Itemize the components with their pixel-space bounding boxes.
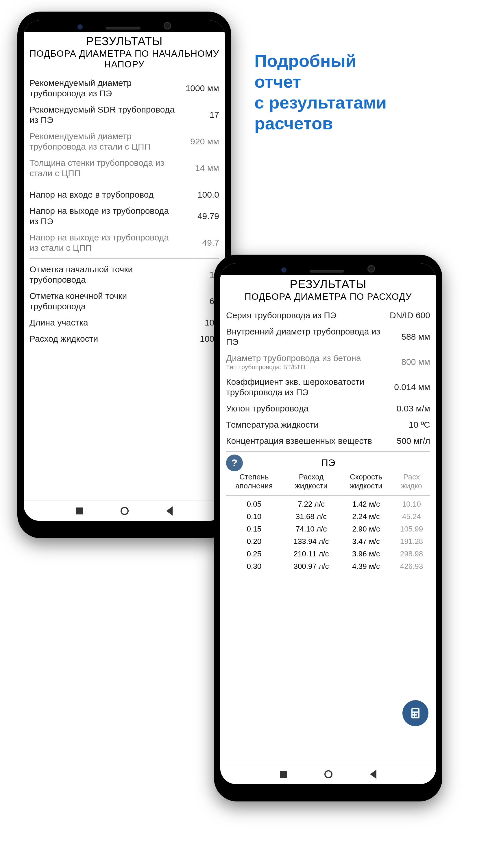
result-value: 800 мм (393, 357, 430, 367)
result-value: 17 (182, 110, 219, 120)
back-button[interactable] (166, 506, 172, 516)
table-cell: 2.90 м/с (340, 525, 392, 533)
result-label: Напор на входе в трубопровод (30, 189, 178, 200)
phone-mockup-2: РЕЗУЛЬТАТЫ ПОДБОРА ДИАМЕТРА ПО РАСХОДУ С… (214, 255, 442, 802)
result-value: 49.79 (182, 211, 219, 221)
table-cell: 10.10 (393, 500, 430, 509)
svg-rect-1 (413, 709, 418, 711)
table-cell: 1.42 м/с (340, 500, 392, 509)
result-label: Расход жидкости (30, 334, 178, 344)
svg-rect-2 (413, 713, 414, 714)
home-button[interactable] (324, 770, 332, 778)
result-row: Толщина стенки трубопровода из стали с Ц… (30, 155, 219, 181)
help-button[interactable]: ? (226, 455, 243, 471)
result-row: Концентрация взвешенных веществ500 мг/л (226, 433, 430, 449)
result-row: Отметка начальной точки трубопровода10 (30, 261, 219, 288)
table-row: 0.20133.94 л/с3.47 м/с191.28 (226, 535, 430, 548)
table-cell: 7.22 л/с (283, 500, 339, 509)
results-title: РЕЗУЛЬТАТЫ (226, 278, 430, 291)
result-value: 1000 мм (182, 83, 219, 93)
phone-mockup-1: РЕЗУЛЬТАТЫ ПОДБОРА ДИАМЕТРА ПО НАЧАЛЬНОМ… (18, 11, 231, 538)
result-row: Внутренний диаметр трубопровода из ПЭ588… (226, 323, 430, 350)
result-value: 100 (182, 318, 219, 328)
results-title: РЕЗУЛЬТАТЫ (30, 35, 219, 48)
result-label: Отметка начальной точки трубопровода (30, 264, 178, 285)
table-cell: 3.47 м/с (340, 537, 392, 546)
calculator-fab[interactable] (402, 700, 428, 726)
result-row: Расход жидкости1000 (30, 331, 219, 347)
table-cell: 2.24 м/с (340, 512, 392, 521)
result-row: Напор на входе в трубопровод100.0 (30, 187, 219, 203)
table-cell: 0.30 (226, 562, 282, 571)
svg-rect-6 (415, 715, 417, 717)
result-row: Длина участка100 (30, 314, 219, 331)
section-title: ПЭ (321, 457, 335, 468)
result-label: Рекомендуемый диаметр трубопровода из ПЭ (30, 78, 178, 99)
table-cell: 0.15 (226, 525, 282, 533)
result-value: 500 мг/л (393, 436, 430, 446)
table-row: 0.25210.11 л/с3.96 м/с298.98 (226, 548, 430, 560)
speaker-icon (310, 270, 344, 273)
table-col-header: Степень аполнения (226, 472, 282, 490)
back-button[interactable] (370, 770, 377, 779)
result-value: 14 мм (182, 163, 219, 173)
table-cell: 45.24 (393, 512, 430, 521)
home-button[interactable] (121, 507, 129, 515)
result-label: Рекомендуемый SDR трубопровода из ПЭ (30, 104, 178, 125)
sensor-icon (77, 24, 83, 30)
result-label: Диаметр трубопровода из бетона (226, 353, 389, 363)
result-label: Отметка конечной точки трубопровода (30, 291, 178, 312)
result-value: 0.03 м/м (393, 404, 430, 413)
result-label: Напор на выходе из трубопровода из стали… (30, 232, 178, 253)
svg-rect-5 (413, 715, 414, 717)
svg-rect-3 (415, 713, 417, 714)
svg-rect-4 (417, 713, 418, 717)
table-cell: 3.96 м/с (340, 550, 392, 558)
result-label: Серия трубопровода из ПЭ (226, 310, 386, 320)
result-label: Рекомендуемый диаметр трубопровода из ст… (30, 131, 178, 152)
result-row: Напор на выходе из трубопровода из ПЭ49.… (30, 203, 219, 229)
result-row: Диаметр трубопровода из бетонаТип трубоп… (226, 350, 430, 374)
result-row: Температура жидкости10 ºС (226, 416, 430, 433)
table-row: 0.1574.10 л/с2.90 м/с105.99 (226, 523, 430, 535)
table-cell: 298.98 (393, 550, 430, 558)
table-cell: 105.99 (393, 525, 430, 533)
result-label: Напор на выходе из трубопровода из ПЭ (30, 206, 178, 226)
table-col-header: Скорость жидкости (340, 472, 392, 490)
result-value: 60 (182, 296, 219, 306)
result-value: 10 (182, 270, 219, 279)
result-row: Отметка конечной точки трубопровода60 (30, 288, 219, 314)
result-value: DN/ID 600 (390, 310, 430, 320)
recent-apps-button[interactable] (280, 771, 287, 778)
result-label: Температура жидкости (226, 420, 389, 430)
table-cell: 0.10 (226, 512, 282, 521)
recent-apps-button[interactable] (76, 507, 83, 515)
camera-icon (164, 22, 171, 30)
table-cell: 0.25 (226, 550, 282, 558)
camera-icon (367, 265, 375, 273)
table-cell: 133.94 л/с (283, 537, 339, 546)
result-value: 100.0 (182, 190, 219, 199)
result-row: Напор на выходе из трубопровода из стали… (30, 229, 219, 256)
result-label: Толщина стенки трубопровода из стали с Ц… (30, 158, 178, 179)
calculator-icon (409, 706, 422, 720)
android-navbar (24, 500, 225, 521)
result-value: 10 ºС (393, 420, 430, 430)
promo-text: Подробныйотчетс результатамирасчетов (254, 51, 387, 134)
result-label: Уклон трубопровода (226, 403, 389, 414)
result-value: 588 мм (393, 332, 430, 342)
result-label: Коэффициент экв. шероховатости трубопров… (226, 377, 389, 398)
result-label: Концентрация взвешенных веществ (226, 436, 389, 446)
table-row: 0.30300.97 л/с4.39 м/с426.93 (226, 560, 430, 572)
results-subtitle: ПОДБОРА ДИАМЕТРА ПО НАЧАЛЬНОМУ НАПОРУ (30, 48, 219, 70)
result-row: Рекомендуемый диаметр трубопровода из ПЭ… (30, 75, 219, 101)
result-value: 1000 (182, 334, 219, 344)
table-col-header: Расход жидкости (283, 472, 339, 490)
table-cell: 191.28 (393, 537, 430, 546)
table-cell: 4.39 м/с (340, 562, 392, 571)
table-cell: 426.93 (393, 562, 430, 571)
table-cell: 31.68 л/с (283, 512, 339, 521)
table-cell: 210.11 л/с (283, 550, 339, 558)
table-header: Степень аполненияРасход жидкостиСкорость… (226, 470, 430, 493)
result-value: 920 мм (182, 136, 219, 146)
